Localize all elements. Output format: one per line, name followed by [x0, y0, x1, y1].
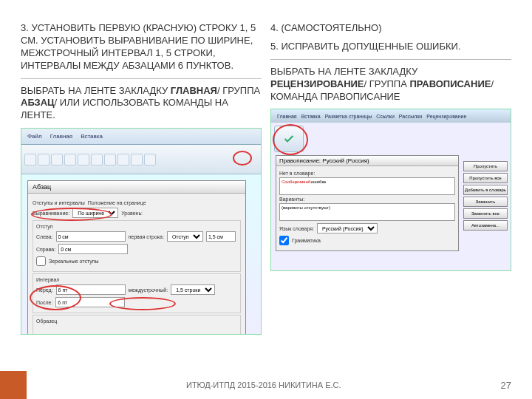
first-by-input[interactable] — [206, 231, 236, 242]
tab-home[interactable]: Главная — [277, 114, 297, 119]
bold-рецензирование: РЕЦЕНЗИРОВАНИЕ — [270, 78, 364, 89]
preview-label: Образец — [36, 318, 237, 324]
toolbar-button[interactable] — [24, 154, 36, 166]
first-select[interactable]: Отступ — [167, 231, 203, 242]
text: / ГРУППА — [217, 85, 260, 96]
suggestions-label: Варианты: — [279, 197, 455, 202]
tab-insert[interactable]: Вставка — [301, 114, 321, 119]
changeall-button[interactable]: Заменить все — [463, 208, 508, 219]
dialog-body: Отступы и интервалы Положение на страниц… — [28, 194, 245, 335]
tab-position[interactable]: Положение на странице — [88, 200, 146, 205]
spell-dialog-title: Правописание: Русский (Россия) — [276, 156, 458, 166]
auto-button[interactable]: Автозамена... — [463, 220, 508, 231]
toolbar-button[interactable] — [51, 154, 63, 166]
divider — [21, 78, 262, 79]
lang-label: Язык словаря: — [279, 226, 314, 231]
toolbar-button[interactable] — [104, 154, 116, 166]
indent-fieldset: Отступ Слева: первая строка: Отступ Спра… — [33, 220, 241, 272]
spelling-dialog: Правописание: Русский (Россия) Нет в сло… — [276, 155, 459, 251]
dialog-tabs: Отступы и интервалы Положение на страниц… — [33, 200, 241, 205]
error-word: Сообщениеоб — [282, 180, 310, 184]
paragraph-dialog: Абзац Отступы и интервалы Положение на с… — [27, 180, 246, 335]
slide-footer: ИТЮД-ИТПД 2015-2016 НИКИТИНА Е.С. 27 — [0, 371, 532, 399]
grammar-label: Грамматика — [292, 238, 321, 243]
not-in-dict-label: Нет в словаре: — [279, 171, 455, 176]
text: ВЫБРАТЬ НА ЛЕНТЕ ЗАКЛАДКУ — [270, 66, 417, 77]
toolbar-button[interactable] — [144, 154, 156, 166]
footer-accent — [0, 371, 27, 399]
toolbar-button[interactable] — [38, 154, 50, 166]
change-button[interactable]: Заменить — [463, 197, 508, 207]
suggestions-box[interactable]: (варианты отсутствуют) — [279, 203, 455, 221]
tab-file: Файл — [24, 132, 45, 140]
line-select[interactable]: 1,5 строки — [171, 284, 215, 295]
right-column: 4. (САМОСТОЯТЕЛЬНО) 5. ИСПРАВИТЬ ДОПУЩЕН… — [270, 22, 511, 335]
lang-select[interactable]: Русский (Россия) — [317, 223, 378, 233]
error-text-box[interactable]: Сообщениеобошибке — [279, 177, 455, 195]
tab-review[interactable]: Рецензирование — [426, 114, 466, 119]
slide-content: 3. УСТАНОВИТЬ ПЕРВУЮ (КРАСНУЮ) СТРОКУ 1,… — [0, 0, 532, 335]
word-screenshot-spelling: Главная Вставка Разметка страницы Ссылки… — [270, 109, 511, 271]
word-ribbon-tabs: Главная Вставка Разметка страницы Ссылки… — [271, 109, 511, 123]
skipall-button[interactable]: Пропустить все — [463, 173, 508, 183]
toolbar-button[interactable] — [117, 154, 129, 166]
right-input[interactable] — [58, 244, 128, 254]
line-label: междустрочный: — [129, 287, 168, 293]
highlight-circle-icon — [31, 208, 112, 221]
first-label: первая строка: — [129, 234, 164, 239]
left-column: 3. УСТАНОВИТЬ ПЕРВУЮ (КРАСНУЮ) СТРОКУ 1,… — [21, 22, 262, 335]
tab-indents[interactable]: Отступы и интервалы — [33, 200, 85, 205]
indent-title: Отступ — [36, 224, 237, 229]
tab-refs[interactable]: Ссылки — [376, 114, 395, 119]
bold-главная: ГЛАВНАЯ — [171, 85, 217, 96]
divider — [270, 59, 511, 60]
mirror-checkbox[interactable] — [36, 256, 46, 266]
toolbar-button[interactable] — [91, 154, 103, 166]
step-3-instruction: ВЫБРАТЬ НА ЛЕНТЕ ЗАКЛАДКУ ГЛАВНАЯ/ ГРУПП… — [21, 85, 262, 123]
page-number: 27 — [501, 380, 532, 391]
toolbar-button[interactable] — [78, 154, 89, 166]
toolbar-button[interactable] — [64, 154, 76, 166]
step-5-instruction: ВЫБРАТЬ НА ЛЕНТЕ ЗАКЛАДКУ РЕЦЕНЗИРОВАНИЕ… — [270, 66, 511, 103]
skip-button[interactable]: Пропустить — [463, 161, 508, 171]
spell-body: Нет в словаре: Сообщениеобошибке Вариант… — [276, 166, 458, 250]
grammar-checkbox[interactable] — [279, 236, 289, 245]
right-label: Справа: — [36, 247, 55, 252]
highlight-circle-icon — [30, 285, 81, 310]
toolbar-button[interactable] — [131, 154, 143, 166]
word-toolbar — [21, 145, 261, 174]
step-4-heading: 4. (САМОСТОЯТЕЛЬНО) — [270, 22, 511, 35]
footer-text: ИТЮД-ИТПД 2015-2016 НИКИТИНА Е.С. — [27, 381, 501, 389]
tab-mail[interactable]: Рассылки — [399, 114, 422, 119]
spell-side-buttons: Пропустить Пропустить все Добавить в сло… — [463, 161, 508, 231]
left-label: Слева: — [36, 234, 53, 239]
left-input[interactable] — [56, 231, 126, 242]
text: / ГРУППА — [364, 78, 410, 89]
mirror-label: Зеркальные отступы — [49, 259, 99, 264]
tab-home: Главная — [47, 132, 75, 140]
word-ribbon-tabs: Файл Главная Вставка — [21, 129, 261, 145]
word-screenshot-paragraph: Файл Главная Вставка Абзац — [21, 128, 262, 335]
dialog-title: Абзац — [28, 181, 245, 194]
bold-абзац: АБЗАЦ — [21, 97, 55, 108]
tab-layout[interactable]: Разметка страницы — [325, 114, 372, 119]
text: ВЫБРАТЬ НА ЛЕНТЕ ЗАКЛАДКУ — [21, 85, 171, 96]
bold-правописание: ПРАВОПИСАНИЕ — [409, 78, 491, 89]
preview-fieldset: Образец — [33, 315, 241, 335]
spacing-title: Интервал — [36, 277, 237, 282]
add-button[interactable]: Добавить в словарь — [463, 185, 508, 195]
level-label: Уровень: — [121, 211, 143, 216]
tab-insert: Вставка — [78, 132, 106, 140]
step-5-heading: 5. ИСПРАВИТЬ ДОПУЩЕННЫЕ ОШИБКИ. — [270, 41, 511, 53]
step-3-heading: 3. УСТАНОВИТЬ ПЕРВУЮ (КРАСНУЮ) СТРОКУ 1,… — [21, 22, 262, 72]
